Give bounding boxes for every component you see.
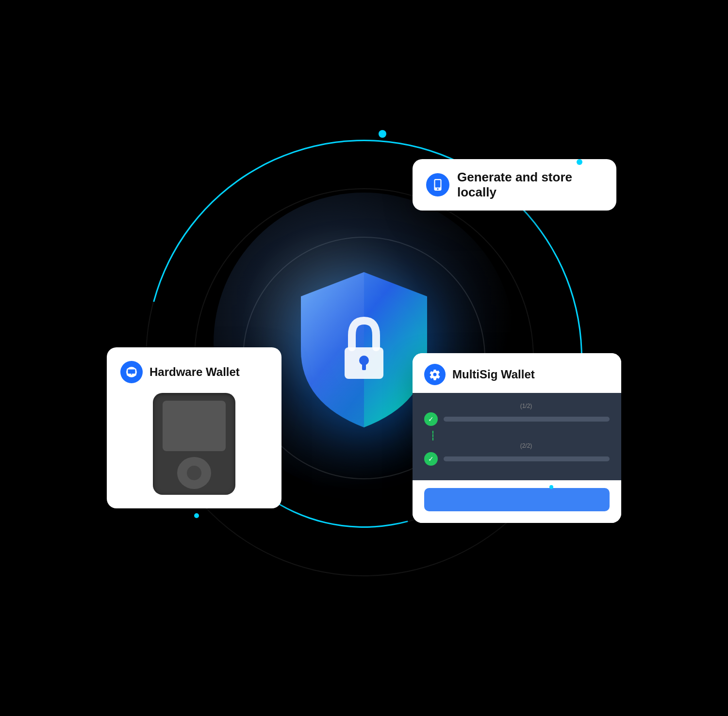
svg-point-9 xyxy=(131,374,132,374)
svg-rect-2 xyxy=(362,363,366,370)
svg-point-5 xyxy=(437,188,438,190)
multisig-body: (1/2) ✓ (2/2) ✓ xyxy=(413,393,621,480)
svg-rect-4 xyxy=(435,180,441,187)
multisig-footer xyxy=(413,480,621,523)
sig-label-2: (2/2) xyxy=(443,442,610,449)
accent-dot-3 xyxy=(194,513,199,518)
sig-bar-2 xyxy=(444,456,610,461)
hardware-wallet-card: Hardware Wallet xyxy=(107,347,281,508)
multisig-header: MultiSig Wallet xyxy=(413,353,621,393)
gear-icon xyxy=(424,364,446,385)
accent-dot-4 xyxy=(549,485,553,489)
phone-icon xyxy=(426,173,449,196)
accent-dot-1 xyxy=(379,130,386,138)
multisig-title: MultiSig Wallet xyxy=(452,368,535,381)
device-dpad xyxy=(177,457,211,489)
sig-check-2: ✓ xyxy=(424,452,438,466)
generate-card: Generate and store locally xyxy=(413,159,616,211)
hardware-wallet-icon xyxy=(120,361,143,383)
confirm-button[interactable] xyxy=(424,488,610,511)
sig-label-1: (1/2) xyxy=(443,403,610,409)
sig-check-1: ✓ xyxy=(424,412,438,426)
device-mockup xyxy=(153,393,235,495)
accent-dot-2 xyxy=(577,159,582,165)
generate-card-title: Generate and store locally xyxy=(457,170,603,200)
device-dpad-inner xyxy=(187,466,201,480)
main-scene: Generate and store locally Hardware Wall… xyxy=(97,91,631,625)
sig-row-1: ✓ xyxy=(424,412,610,426)
multisig-wallet-card: MultiSig Wallet (1/2) ✓ (2/2) xyxy=(413,353,621,523)
sig-row-2: ✓ xyxy=(424,452,610,466)
sig-bar-1 xyxy=(444,417,610,422)
device-screen xyxy=(163,401,226,451)
hardware-wallet-header: Hardware Wallet xyxy=(120,361,268,383)
svg-rect-8 xyxy=(128,370,135,374)
hardware-wallet-title: Hardware Wallet xyxy=(149,365,240,379)
